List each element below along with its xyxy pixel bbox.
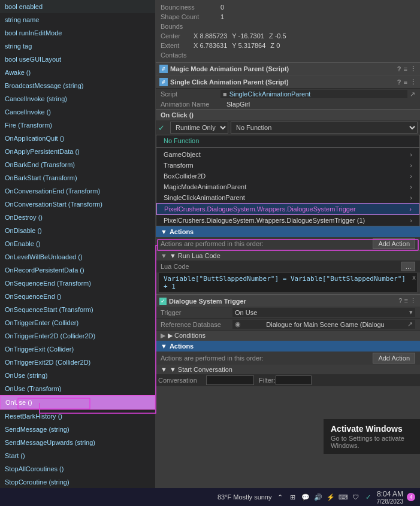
method-item-11[interactable]: OnApplyPersistentData () — [0, 145, 155, 158]
method-item-18[interactable]: OnEnable () — [0, 237, 155, 250]
method-item-19[interactable]: OnLevelWillBeUnloaded () — [0, 250, 155, 263]
method-item-26[interactable]: OnTriggerExit (Collider) — [0, 343, 155, 356]
checkmark-icon[interactable]: ✓ — [364, 492, 373, 502]
method-item-36[interactable]: StopCoroutine (string) — [0, 475, 155, 488]
conditions-label: ▶ Conditions — [168, 332, 206, 340]
volume-icon[interactable]: 🔊 — [313, 492, 323, 502]
method-item-20[interactable]: OnRecordPersistentData () — [0, 263, 155, 277]
method-item-29[interactable]: OnUse (Transform) — [0, 382, 155, 395]
method-item-12[interactable]: OnBarkEnd (Transform) — [0, 158, 155, 171]
add-action-button-1[interactable]: Add Action — [373, 238, 415, 249]
method-item-24[interactable]: OnTriggerEnter (Collider) — [0, 316, 155, 329]
taskbar-time[interactable]: 8:04 AM 7/28/2023 — [377, 490, 404, 505]
method-item-35[interactable]: StopAllCoroutines () — [0, 462, 155, 475]
network-icon[interactable]: ⚡ — [326, 492, 336, 502]
method-item-15[interactable]: OnConversationStart (Transform) — [0, 198, 155, 211]
center-x: X 8.885723 — [194, 32, 227, 40]
bounciness-value: 0 — [220, 4, 224, 11]
event-checkmark: ✓ — [158, 123, 168, 132]
dialogue-enabled-checkbox[interactable]: ✓ — [159, 298, 167, 305]
conditions-row[interactable]: ▶ ▶ Conditions — [156, 331, 420, 341]
single-click-settings-icon[interactable]: ≡ — [404, 78, 407, 86]
method-item-27[interactable]: OnTriggerExit2D (Collider2D) — [0, 356, 155, 369]
magic-mode-menu-icon[interactable]: ⋮ — [410, 65, 416, 73]
onclick-label: On Click () — [161, 111, 194, 119]
taskbar-icon-2[interactable]: ⊞ — [288, 492, 298, 502]
method-item-31[interactable]: ResetBarkHistory () — [0, 410, 155, 423]
method-item-14[interactable]: OnConversationEnd (Transform) — [0, 184, 155, 198]
method-item-21[interactable]: OnSequenceEnd (Transform) — [0, 277, 155, 290]
method-item-34[interactable]: Start () — [0, 449, 155, 462]
dialogue-trigger-item[interactable]: PixelCrushers.DialogueSystem.Wrappers.Di… — [156, 203, 419, 215]
single-click-menu-icon[interactable]: ⋮ — [410, 78, 416, 86]
method-item-1[interactable]: string name — [0, 13, 155, 26]
dialogue-component-title: Dialogue System Trigger — [169, 298, 398, 305]
method-item-6[interactable]: BroadcastMessage (string) — [0, 79, 155, 92]
lua-dots-button[interactable]: ... — [401, 262, 415, 271]
dialogue-help-icon[interactable]: ? — [398, 297, 402, 304]
trigger-dropdown[interactable]: On Use ▾ — [232, 308, 415, 317]
method-item-8[interactable]: CancelInvoke () — [0, 105, 155, 119]
ref-db-icon: ◉ — [235, 320, 241, 328]
filter-input[interactable] — [276, 375, 312, 385]
method-item-23[interactable]: OnSequenceStart (Transform) — [0, 303, 155, 316]
method-item-13[interactable]: OnBarkStart (Transform) — [0, 171, 155, 184]
lua-close-button[interactable]: x — [412, 274, 416, 281]
method-item-0[interactable]: bool enabled — [0, 0, 155, 13]
actions-title-2: Actions — [170, 343, 194, 350]
method-item-32[interactable]: SendMessage (string) — [0, 423, 155, 436]
security-icon[interactable]: 🛡 — [351, 492, 361, 502]
method-item-22[interactable]: OnSequenceEnd () — [0, 290, 155, 303]
magic-mode-settings-icon[interactable]: ≡ — [404, 65, 407, 73]
notification-count: 4 — [409, 494, 412, 500]
boxcollider2d-item[interactable]: BoxCollider2D› — [156, 171, 419, 181]
date-display: 7/28/2023 — [377, 498, 404, 505]
keyboard-icon[interactable]: ⌨ — [339, 492, 348, 502]
ref-db-field: Reference Database ◉ Dialogue for Main S… — [156, 319, 420, 331]
no-function-item[interactable]: No Function — [156, 135, 419, 146]
method-item-30[interactable]: OnUse () — [0, 395, 155, 410]
script-link-icon[interactable]: ↗ — [410, 90, 415, 98]
method-item-9[interactable]: Fire (Transform) — [0, 119, 155, 132]
conditions-triangle: ▶ — [161, 332, 165, 340]
magic-mode-item[interactable]: MagicModeAnimationParent› — [156, 181, 419, 192]
chevron-up-icon[interactable]: ⌃ — [276, 492, 285, 502]
method-item-4[interactable]: bool useGUILayout — [0, 53, 155, 66]
single-click-item[interactable]: SingleClickAnimationParent› — [156, 192, 419, 203]
conversation-input[interactable] — [206, 375, 254, 385]
gameobject-item[interactable]: GameObject› — [156, 149, 419, 160]
bounciness-label: Bounciness — [161, 4, 220, 11]
method-item-28[interactable]: OnUse (string) — [0, 369, 155, 382]
notification-badge[interactable]: 4 — [407, 493, 415, 501]
no-function-select[interactable]: No Function — [231, 122, 418, 134]
dialogue-menu-icon[interactable]: ⋮ — [410, 297, 416, 304]
trigger-field: Trigger On Use ▾ — [156, 307, 420, 319]
dialogue-settings-icon[interactable]: ≡ — [404, 297, 408, 304]
method-item-7[interactable]: CancelInvoke (string) — [0, 92, 155, 105]
start-conv-triangle: ▼ — [161, 366, 167, 373]
center-row: Center X 8.885723 Y -16.7301 Z -0.5 — [161, 31, 415, 41]
method-item-33[interactable]: SendMessageUpwards (string) — [0, 436, 155, 449]
magic-mode-title: Magic Mode Animation Parent (Script) — [170, 65, 397, 72]
extent-z: Z 0 — [270, 42, 280, 49]
actions-title-1: Actions — [170, 228, 194, 235]
dialogue-trigger-1-item[interactable]: PixelCrushers.DialogueSystem.Wrappers.Di… — [156, 215, 419, 226]
magic-mode-help-icon[interactable]: ? — [397, 65, 401, 73]
time-display: 8:04 AM — [377, 490, 404, 498]
taskbar-icon-3[interactable]: 💬 — [301, 492, 310, 502]
start-conversation-header: ▼ ▼ Start Conversation — [156, 365, 420, 374]
method-item-2[interactable]: bool runInEditMode — [0, 26, 155, 40]
method-item-25[interactable]: OnTriggerEnter2D (Collider2D) — [0, 329, 155, 343]
method-item-10[interactable]: OnApplicationQuit () — [0, 132, 155, 145]
animation-name-label: Animation Name — [161, 101, 226, 108]
weather-text: 83°F Mostly sunny — [217, 493, 272, 501]
runtime-only-select[interactable]: Runtime Only — [170, 122, 228, 134]
method-item-3[interactable]: string tag — [0, 40, 155, 53]
taskbar-system-icons: ⌃ ⊞ 💬 🔊 ⚡ ⌨ 🛡 ✓ — [276, 492, 373, 502]
method-item-16[interactable]: OnDestroy () — [0, 211, 155, 224]
method-item-17[interactable]: OnDisable () — [0, 224, 155, 237]
add-action-button-2[interactable]: Add Action — [373, 353, 415, 363]
transform-item[interactable]: Transform› — [156, 160, 419, 171]
single-click-help-icon[interactable]: ? — [397, 78, 401, 86]
method-item-5[interactable]: Awake () — [0, 66, 155, 79]
